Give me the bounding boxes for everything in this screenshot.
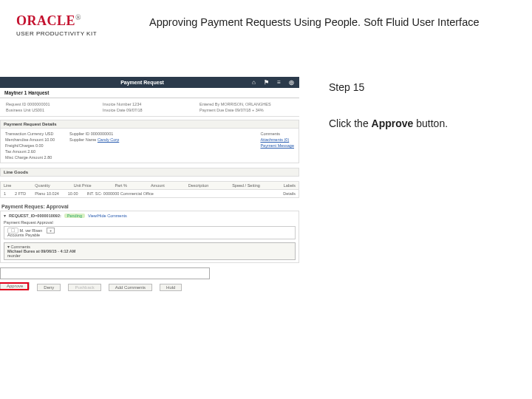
detail-supplier-name-label: Supplier Name — [69, 137, 96, 142]
tab-main[interactable]: Maytner 1 Harquest — [4, 90, 49, 95]
page-title: Approving Payment Requests Using People.… — [112, 13, 519, 28]
section-details-body: Transaction Currency USD Merchandise Amo… — [0, 129, 299, 163]
col-speed: Speed / Setting — [232, 183, 260, 188]
history-line-2: reorder — [7, 253, 292, 258]
hold-button[interactable]: Hold — [160, 284, 182, 291]
button-row: Approve Deny Pushback Add Comments Hold — [0, 284, 299, 291]
embedded-screenshot: Payment Request ⌂ ⚑ ≡ ◎ Maytner 1 Harque… — [0, 77, 299, 291]
step-label: Step 15 — [329, 78, 517, 97]
pushback-button[interactable]: Pushback — [68, 284, 100, 291]
info-request-id: Request ID 0000000001 — [3, 101, 100, 107]
info-payment-due: Payment Due Date 09/07/18 + 34% — [197, 107, 293, 113]
cell-qty: 2 FTD — [15, 191, 26, 196]
cell-details-link[interactable]: Details — [283, 191, 296, 196]
flag-icon[interactable]: ⚑ — [263, 79, 270, 86]
detail-comments: Comments — [260, 132, 294, 136]
gear-icon[interactable]: ◎ — [288, 79, 295, 86]
approval-history: ▾ Comments Michael Bures at 09/06/15 - 4… — [4, 242, 296, 260]
brand-reg: ® — [75, 13, 81, 21]
app-titlebar: Payment Request ⌂ ⚑ ≡ ◎ — [0, 77, 299, 88]
titlebar-icons: ⌂ ⚑ ≡ ◎ — [250, 79, 295, 86]
cell-desc: INT. SC- 0000000 Commercial Office — [87, 191, 154, 196]
info-business-unit: Business Unit US001 — [3, 107, 100, 113]
col-qty: Quantity — [35, 183, 50, 188]
approval-req-line: REQUEST_ID=0000010092: — [9, 214, 61, 218]
detail-attachments[interactable]: Attachments (0) — [260, 137, 294, 142]
brand-logo: ORACLE® USER PRODUCTIVITY KIT — [16, 13, 112, 37]
approve-highlight — [0, 282, 29, 290]
cell-unitprice: Plano 10.024 — [35, 191, 58, 196]
brand-subtitle: USER PRODUCTIVITY KIT — [16, 30, 112, 37]
approval-viewhide[interactable]: View/Hide Comments — [88, 214, 127, 218]
detail-payment-msg[interactable]: Payment Message — [260, 143, 294, 148]
addcomments-button[interactable]: Add Comments — [109, 284, 152, 291]
line-row-1: 1 2 FTD Plano 10.024 10.00 INT. SC- 0000… — [0, 190, 299, 198]
detail-supplier-id: Supplier ID 0000000001 — [69, 132, 119, 136]
app-tabbar: Maytner 1 Harquest — [0, 88, 299, 98]
instruction-line: Click the Approve button. — [329, 115, 517, 133]
approval-pending: Pending — [64, 214, 85, 218]
col-desc: Description — [188, 183, 209, 188]
col-amount: Amount — [151, 183, 165, 188]
cell-line: 1 — [4, 191, 6, 196]
col-labels: Labels — [284, 183, 296, 188]
section-details-header: Payment Request Details — [0, 120, 299, 129]
line-goods-header: Line Goods — [0, 168, 299, 177]
chevron-down-icon[interactable]: ▾ — [4, 214, 6, 218]
detail-misc: Misc Charge Amount 2.80 — [5, 155, 55, 160]
detail-freight: Freight/Charges 0.00 — [5, 143, 55, 148]
detail-merch-amount: Merchandise Amount 10.00 — [5, 137, 55, 142]
approval-subtext: Payment Request Approval — [4, 220, 296, 225]
instruction-pre: Click the — [329, 117, 372, 129]
col-part: Part % — [115, 183, 127, 188]
approver-card: ☐ M. ver Risen + Accounts Payable — [4, 226, 296, 239]
info-invoice-number: Invoice Number 1234 — [100, 101, 197, 107]
approval-header: Payment Reques: Approval — [0, 202, 299, 211]
comment-input[interactable] — [0, 267, 210, 279]
detail-tax: Tax Amount 2.60 — [5, 149, 55, 154]
col-unitprice: Unit Price — [74, 183, 92, 188]
deny-button[interactable]: Deny — [37, 284, 61, 291]
brand-word: ORACLE — [16, 13, 75, 28]
approver-add-icon[interactable]: + — [47, 228, 55, 233]
info-bar: Request ID 0000000001 Invoice Number 123… — [0, 98, 299, 117]
info-invoice-date: Invoice Date 09/07/18 — [100, 107, 197, 113]
home-icon[interactable]: ⌂ — [250, 79, 257, 86]
instruction-bold: Approve — [372, 117, 414, 129]
approval-box: ▾ REQUEST_ID=0000010092: Pending View/Hi… — [0, 211, 299, 263]
line-goods-cols: Line Quantity Unit Price Part % Amount D… — [0, 181, 299, 190]
info-entered-by: Entered By MORRISON, ORLANGHES — [197, 101, 293, 107]
cell-amount: 10.00 — [68, 191, 78, 196]
app-title: Payment Request — [120, 80, 164, 85]
detail-trans-currency: Transaction Currency USD — [5, 132, 55, 136]
menu-icon[interactable]: ≡ — [276, 79, 282, 86]
col-line: Line — [4, 183, 11, 188]
detail-supplier-name[interactable]: Candy Corp — [98, 137, 119, 142]
instruction-post: button. — [413, 117, 448, 129]
instructions-panel: Step 15 Click the Approve button. — [299, 77, 532, 291]
